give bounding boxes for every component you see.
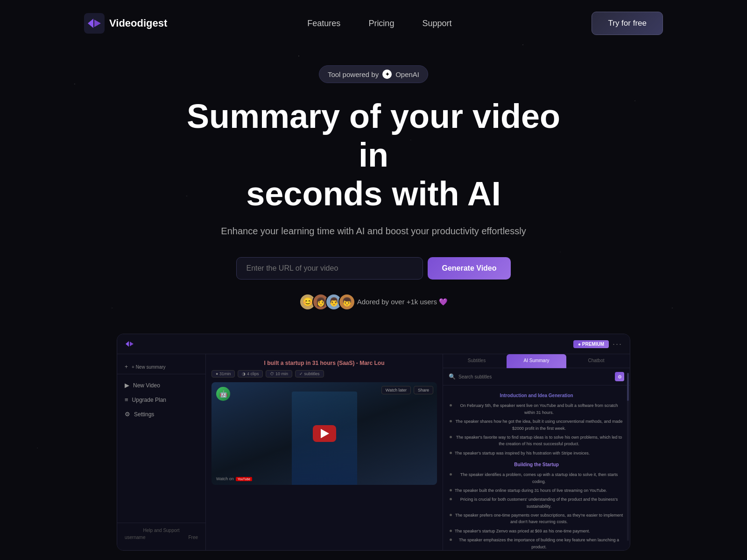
users-badge: 😊 👩 👨 👦 Adored by over +1k users 💜	[299, 294, 448, 310]
upgrade-icon: ≡	[125, 396, 128, 403]
sidebar-new-summary[interactable]: + + New summary	[117, 360, 205, 374]
summary-bullet-4: The speaker's startup was inspired by hi…	[450, 450, 623, 456]
nav-pricing[interactable]: Pricing	[368, 19, 394, 28]
scrollbar-thumb[interactable]	[627, 373, 629, 401]
watch-later-btn[interactable]: Watch later	[381, 386, 411, 394]
video-panel: I built a startup in 31 hours (SaaS) - M…	[206, 354, 443, 550]
sidebar-bottom-row: username Free	[125, 535, 198, 540]
video-icon: ▶	[125, 382, 129, 389]
summary-search-input[interactable]	[458, 374, 612, 379]
summary-bullet-2: The speaker shares how he got the idea, …	[450, 418, 623, 432]
app-topbar: ● PREMIUM ···	[117, 334, 630, 354]
url-input-area: Generate Video	[236, 257, 510, 280]
users-label: Adored by over +1k users 💜	[357, 298, 448, 306]
url-input[interactable]	[236, 257, 423, 280]
summary-filter-button[interactable]: ⚙	[615, 372, 624, 381]
bullet-dot-9	[450, 530, 452, 532]
app-sidebar: + + New summary ▶ New Video ≡ Upgrade Pl…	[117, 354, 206, 550]
summary-bullet-10: The speaker emphasizes the importance of…	[450, 537, 623, 550]
nav-support[interactable]: Support	[422, 19, 451, 28]
logo[interactable]: Videodigest	[84, 13, 167, 34]
video-overlay-top: Watch later Share	[381, 386, 433, 394]
summary-bullet-8: The speaker prefers one-time payments ov…	[450, 512, 623, 525]
youtube-label: YouTube	[236, 477, 253, 481]
tag-subtitles: ✓ subtitles	[295, 370, 324, 378]
navbar: Videodigest Features Pricing Support Try…	[0, 0, 747, 47]
app-logo-small	[125, 339, 135, 349]
video-tags: ● 31min ◑ 4 clips ⏱ 10 min ✓ subtitles	[211, 370, 437, 378]
hero-subtitle: Enhance your learning time with AI and b…	[221, 226, 526, 237]
sidebar-item-settings[interactable]: ⚙ Settings	[117, 407, 205, 421]
tag-duration: ● 31min	[211, 370, 235, 378]
bullet-dot-2	[450, 420, 452, 422]
try-free-button[interactable]: Try for free	[592, 12, 663, 35]
user-avatars: 😊 👩 👨 👦	[299, 294, 352, 310]
bullet-dot-4	[450, 452, 452, 454]
play-triangle-icon	[321, 429, 329, 438]
avatar-4: 👦	[338, 294, 355, 310]
summary-bullet-1: On February 5th, the speaker went live o…	[450, 402, 623, 416]
hero-section: Tool powered by ✦ OpenAI Summary of your…	[0, 47, 747, 551]
youtube-play-button[interactable]	[313, 425, 336, 442]
bullet-dot-10	[450, 539, 452, 541]
bullet-dot-8	[450, 514, 452, 516]
logo-text: Videodigest	[109, 17, 167, 29]
settings-icon: ⚙	[125, 411, 130, 418]
bullet-dot-3	[450, 436, 452, 438]
sidebar-bottom: Help and Support username Free	[117, 523, 205, 545]
summary-bullet-3: The speaker's favorite way to find start…	[450, 434, 623, 448]
powered-by-label: Tool powered by	[328, 70, 379, 78]
summary-panel: Subtitles AI Summary Chatbot 🔍 ⚙ Introdu…	[443, 354, 630, 550]
summary-search-bar: 🔍 ⚙	[443, 368, 630, 385]
app-topbar-right: ● PREMIUM ···	[573, 339, 622, 349]
summary-section1-title: Introduction and Idea Generation	[450, 392, 623, 399]
video-title: I built a startup in 31 hours (SaaS) - M…	[211, 360, 437, 366]
dots-menu[interactable]: ···	[613, 339, 622, 349]
sidebar-help-label: Help and Support	[125, 528, 198, 533]
tab-ai-summary[interactable]: AI Summary	[507, 354, 566, 368]
bullet-dot-5	[450, 473, 452, 476]
tag-clips: ◑ 4 clips	[238, 370, 263, 378]
openai-icon: ✦	[382, 70, 392, 79]
video-thumbnail[interactable]: 🤖 Watch later Share Watch on YouTube	[211, 382, 437, 485]
nav-links: Features Pricing Support	[307, 19, 451, 28]
tab-subtitles[interactable]: Subtitles	[447, 354, 507, 368]
summary-bullet-5: The speaker identifies a problem, comes …	[450, 471, 623, 485]
tag-time: ⏱ 10 min	[266, 370, 292, 378]
summary-section2-title: Building the Startup	[450, 461, 623, 469]
bullet-dot-1	[450, 404, 452, 406]
watch-on-label: Watch on YouTube	[216, 476, 252, 481]
app-main: + + New summary ▶ New Video ≡ Upgrade Pl…	[117, 354, 630, 550]
summary-bullet-6: The speaker built the online startup dur…	[450, 487, 623, 494]
premium-badge: ● PREMIUM	[573, 340, 609, 348]
app-screenshot: ● PREMIUM ··· + + New summary ▶ New Vide…	[117, 334, 630, 551]
summary-tabs: Subtitles AI Summary Chatbot	[443, 354, 630, 368]
tab-chatbot[interactable]: Chatbot	[566, 354, 626, 368]
bullet-dot-7	[450, 498, 452, 500]
nav-features[interactable]: Features	[307, 19, 340, 28]
scrollbar-track	[627, 373, 629, 541]
summary-content: Introduction and Idea Generation On Febr…	[443, 385, 630, 550]
sidebar-item-upgrade[interactable]: ≡ Upgrade Plan	[117, 392, 205, 407]
summary-bullet-9: The speaker's startup Zenvo was priced a…	[450, 528, 623, 534]
summary-bullet-7: Pricing is crucial for both customers' u…	[450, 496, 623, 510]
bullet-dot-6	[450, 489, 452, 491]
sidebar-item-new-video[interactable]: ▶ New Video	[117, 378, 205, 392]
logo-icon	[84, 13, 105, 34]
video-channel-avatar: 🤖	[216, 387, 230, 401]
generate-button[interactable]: Generate Video	[428, 257, 510, 280]
powered-by-badge: Tool powered by ✦ OpenAI	[319, 65, 428, 83]
openai-label: OpenAI	[395, 70, 419, 78]
search-icon: 🔍	[449, 373, 456, 380]
hero-title: Summary of your video in seconds with AI	[182, 97, 565, 213]
share-btn[interactable]: Share	[414, 386, 433, 394]
